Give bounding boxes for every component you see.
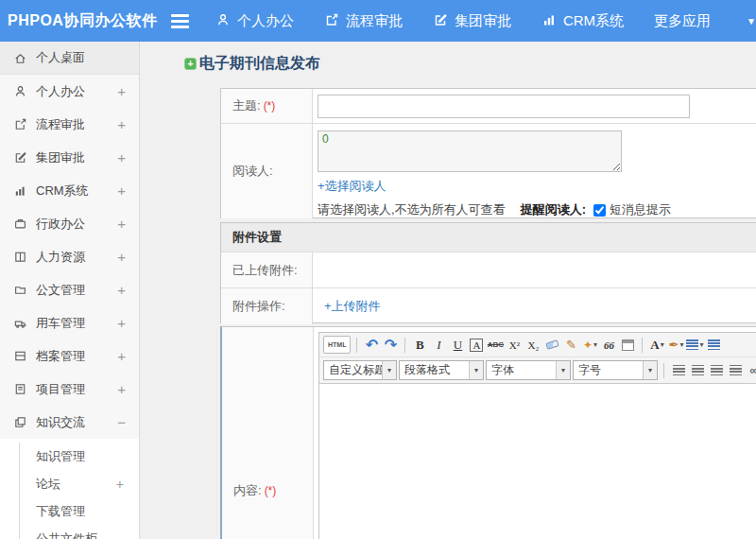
expand-toggle[interactable]: + (116, 477, 124, 492)
italic-button[interactable]: I (430, 336, 447, 354)
sidebar-item-archives[interactable]: 档案管理 + (0, 339, 139, 373)
submenu-item-public-files[interactable]: 公共文件柜 (20, 525, 139, 539)
insert-link-button[interactable]: ∞ (746, 361, 756, 379)
editor-content-area[interactable] (319, 384, 756, 539)
font-color-button[interactable]: A▾ (648, 336, 665, 354)
template-button[interactable] (619, 336, 636, 354)
remind-readers-label: 提醒阅读人: (521, 201, 586, 218)
car-icon (13, 316, 27, 330)
ordered-list-button[interactable]: ▾ (686, 336, 703, 354)
expand-toggle[interactable]: + (117, 83, 126, 99)
sidebar-item-hr[interactable]: 人力资源 + (0, 240, 139, 273)
nav-personal-office[interactable]: 个人办公 (215, 12, 294, 30)
submenu-label: 论坛 (36, 476, 60, 493)
font-family-select[interactable]: 字体 ▾ (486, 360, 571, 380)
eraser-button[interactable] (543, 336, 560, 354)
required-mark: (*) (264, 99, 276, 113)
select-readers-link[interactable]: +选择阅读人 (318, 178, 387, 195)
autoformat-button[interactable]: ✦▾ (581, 336, 598, 354)
sidebar-item-label: 流程审批 (36, 116, 85, 133)
caret-down-icon[interactable]: ▼ (720, 16, 756, 26)
expand-toggle[interactable]: + (117, 348, 126, 364)
required-mark: (*) (265, 484, 277, 497)
expand-toggle[interactable]: + (117, 249, 126, 265)
sidebar-item-workflow-approval[interactable]: 流程审批 + (0, 108, 139, 141)
dropdown-caret-icon: ▾ (699, 340, 703, 349)
content-row: 内容: (*) HTML ↶ ↷ B I U A (222, 327, 756, 539)
dropdown-caret-icon: ▾ (556, 361, 570, 379)
edit-icon (433, 12, 448, 30)
sidebar-item-label: 集团审批 (36, 149, 85, 166)
nav-group-approval[interactable]: 集团审批 (433, 12, 511, 30)
expand-toggle[interactable]: + (117, 315, 126, 331)
highlight-pen-button[interactable]: ✒▾ (667, 336, 684, 354)
sidebar-item-desktop[interactable]: 个人桌面 (0, 42, 139, 75)
bold-button[interactable]: B (411, 336, 428, 354)
top-nav: 个人办公 流程审批 集团审批 CRM系统 更多应用 ▼ (215, 12, 756, 30)
html-source-button[interactable]: HTML (323, 336, 351, 354)
heading-select[interactable]: 自定义标题 ▾ (323, 360, 397, 380)
eraser-icon (545, 339, 559, 350)
sidebar-item-group-approval[interactable]: 集团审批 + (0, 141, 139, 174)
font-style-button[interactable]: A (468, 336, 485, 354)
expand-toggle[interactable]: + (117, 149, 126, 165)
bullet-list-icon (708, 339, 720, 350)
book-icon (13, 250, 27, 264)
redo-button[interactable]: ↷ (382, 336, 399, 354)
sidebar-item-projects[interactable]: 项目管理 + (0, 373, 139, 406)
paragraph-format-select[interactable]: 段落格式 ▾ (399, 360, 484, 380)
collapse-toggle[interactable]: − (117, 414, 126, 430)
submenu-item-downloads[interactable]: 下载管理 (20, 497, 139, 525)
nav-workflow-approval[interactable]: 流程审批 (324, 12, 403, 30)
align-left-icon (673, 365, 685, 375)
briefcase-icon (13, 217, 27, 231)
upload-attachment-link[interactable]: +上传附件 (324, 298, 381, 315)
attachments-table: 附件设置 已上传附件: 附件操作: +上传附件 (220, 222, 756, 323)
expand-toggle[interactable]: + (117, 216, 126, 232)
expand-toggle[interactable]: + (117, 381, 126, 397)
submenu-label: 知识管理 (36, 448, 85, 465)
subject-row: 主题: (*) (221, 89, 756, 124)
expand-toggle[interactable]: + (117, 282, 126, 298)
sidebar-item-vehicles[interactable]: 用车管理 + (0, 306, 139, 339)
uploaded-attachments-value (313, 252, 756, 287)
sidebar-item-knowledge[interactable]: 知识交流 − (0, 406, 139, 439)
submenu-label: 下载管理 (36, 503, 85, 520)
sidebar: 个人桌面 个人办公 + 流程审批 + 集团审批 + CRM系统 + 行政办公 +… (0, 42, 140, 539)
readers-textarea[interactable]: 0 (318, 130, 622, 172)
align-center-button[interactable] (689, 361, 706, 379)
align-left-button[interactable] (670, 361, 687, 379)
hamburger-menu-icon[interactable] (171, 10, 189, 31)
format-brush-button[interactable]: ✎ (562, 336, 579, 354)
share-icon (13, 117, 27, 131)
sidebar-item-personal-office[interactable]: 个人办公 + (0, 75, 139, 108)
readers-row: 阅读人: 0 +选择阅读人 请选择阅读人,不选为所有人可查看 提醒阅读人: 短消… (221, 124, 756, 218)
sms-reminder-checkbox[interactable] (593, 204, 606, 217)
bullet-list-button[interactable] (705, 336, 722, 354)
superscript-button[interactable]: X² (506, 336, 523, 354)
user-icon (13, 84, 27, 98)
expand-toggle[interactable]: + (117, 116, 126, 132)
nav-crm-system[interactable]: CRM系统 (541, 12, 624, 30)
subject-input[interactable] (318, 95, 690, 118)
editor-toolbar-row1: HTML ↶ ↷ B I U A ABC X² X₂ ✎ (319, 333, 756, 357)
sidebar-item-documents[interactable]: 公文管理 + (0, 273, 139, 306)
justify-button[interactable] (727, 361, 744, 379)
sidebar-item-admin-office[interactable]: 行政办公 + (0, 207, 139, 240)
sidebar-item-label: 公文管理 (36, 282, 85, 299)
knowledge-submenu: 知识管理 论坛 + 下载管理 公共文件柜 (0, 439, 139, 539)
align-right-button[interactable] (708, 361, 725, 379)
nav-label: 个人办公 (237, 12, 294, 30)
submenu-item-forum[interactable]: 论坛 + (20, 470, 139, 497)
strikethrough-button[interactable]: ABC (487, 336, 504, 354)
sidebar-item-label: 知识交流 (36, 414, 85, 431)
font-size-select[interactable]: 字号 ▾ (573, 360, 658, 380)
underline-button[interactable]: U (449, 336, 466, 354)
undo-button[interactable]: ↶ (363, 336, 380, 354)
submenu-item-knowledge-mgmt[interactable]: 知识管理 (20, 443, 139, 470)
blockquote-button[interactable]: 66 (600, 336, 617, 354)
subscript-button[interactable]: X₂ (524, 336, 541, 354)
nav-more-apps[interactable]: 更多应用 (654, 12, 711, 30)
sidebar-item-crm[interactable]: CRM系统 + (0, 174, 139, 207)
expand-toggle[interactable]: + (117, 183, 126, 199)
